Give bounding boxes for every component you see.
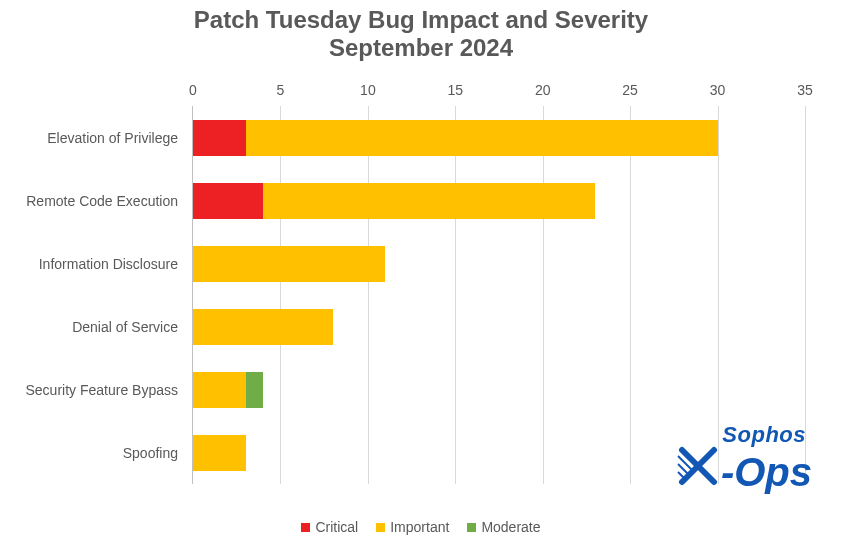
x-tick: 0 <box>189 82 197 98</box>
bar-remote-code-execution <box>193 169 804 232</box>
legend: Critical Important Moderate <box>0 519 842 535</box>
x-tick: 35 <box>797 82 813 98</box>
y-label: Spoofing <box>0 421 184 484</box>
bar-segment-critical <box>193 183 263 219</box>
bar-segment-important <box>193 435 246 471</box>
bar-denial-of-service <box>193 295 804 358</box>
bar-security-feature-bypass <box>193 358 804 421</box>
legend-swatch-important <box>376 523 385 532</box>
legend-label: Critical <box>315 519 358 535</box>
y-axis-labels: Elevation of Privilege Remote Code Execu… <box>0 106 184 484</box>
chart-title: Patch Tuesday Bug Impact and Severity <box>0 6 842 34</box>
bar-information-disclosure <box>193 232 804 295</box>
legend-item-important: Important <box>376 519 449 535</box>
legend-item-critical: Critical <box>301 519 358 535</box>
y-label: Information Disclosure <box>0 232 184 295</box>
brand-watermark: Sophos -Ops <box>677 425 812 491</box>
brand-x-icon <box>677 446 719 491</box>
y-label: Security Feature Bypass <box>0 358 184 421</box>
x-tick: 30 <box>710 82 726 98</box>
bar-elevation-of-privilege <box>193 106 804 169</box>
brand-line-1: Sophos <box>677 425 812 446</box>
x-tick: 10 <box>360 82 376 98</box>
chart-subtitle: September 2024 <box>0 34 842 62</box>
legend-swatch-critical <box>301 523 310 532</box>
legend-item-moderate: Moderate <box>467 519 540 535</box>
legend-label: Important <box>390 519 449 535</box>
bar-segment-important <box>246 120 718 156</box>
legend-swatch-moderate <box>467 523 476 532</box>
bar-segment-important <box>263 183 595 219</box>
y-label: Remote Code Execution <box>0 169 184 232</box>
chart-title-block: Patch Tuesday Bug Impact and Severity Se… <box>0 0 842 61</box>
y-label: Denial of Service <box>0 295 184 358</box>
bar-segment-important <box>193 246 385 282</box>
brand-line-2: -Ops <box>721 453 812 491</box>
x-tick: 25 <box>622 82 638 98</box>
x-tick: 5 <box>276 82 284 98</box>
x-tick: 20 <box>535 82 551 98</box>
x-tick: 15 <box>448 82 464 98</box>
bar-segment-important <box>193 309 333 345</box>
y-label: Elevation of Privilege <box>0 106 184 169</box>
bar-segment-important <box>193 372 246 408</box>
bar-segment-moderate <box>246 372 264 408</box>
legend-label: Moderate <box>481 519 540 535</box>
bar-segment-critical <box>193 120 246 156</box>
